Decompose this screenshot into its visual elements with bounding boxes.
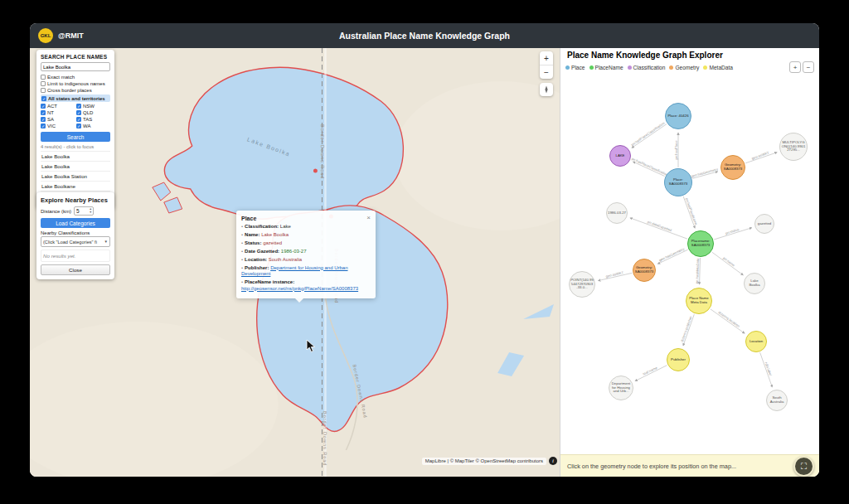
checkbox[interactable]: ✓	[76, 104, 81, 109]
edge-label: rdfs:label	[764, 361, 773, 376]
graph-node-location[interactable]: Location	[745, 331, 767, 352]
checkbox[interactable]	[41, 75, 46, 80]
graph-node-geom2[interactable]: Geometry: SA0008373	[633, 259, 656, 282]
results-list: Lake BoolkaLake BoolkaLake Boolka Statio…	[41, 151, 110, 191]
popup-title: Place	[241, 216, 256, 221]
checkbox[interactable]: ✓	[41, 124, 46, 128]
state-option-nt[interactable]: ✓NT	[41, 109, 75, 116]
node-label: Location	[750, 340, 763, 344]
zoom-out-button[interactable]: −	[540, 65, 553, 79]
graph-node-pn8373[interactable]: Placename: SA0008373	[687, 230, 714, 257]
field-value[interactable]: http://geosensor.net/ns/pnkg/PlaceName/S…	[241, 286, 358, 291]
map-canvas[interactable]: Lake Boolka Border Downs Road Border Dow…	[30, 48, 560, 477]
graph-node-point[interactable]: POINT(140.9954472970903 -33.0...	[569, 271, 595, 298]
state-option-nsw[interactable]: ✓NSW	[76, 103, 110, 109]
brand-label: @RMIT	[58, 32, 84, 40]
map-point-marker[interactable]	[313, 169, 318, 173]
close-button[interactable]: Close	[41, 264, 110, 275]
node-label: South Australia	[768, 396, 786, 404]
checkbox-label: WA	[83, 124, 90, 128]
checkbox[interactable]: ✓	[41, 117, 46, 122]
graph-node-geom1[interactable]: Geometry: SA0008373	[720, 155, 745, 180]
placename-dot-icon	[589, 65, 594, 70]
field-label: Classification:	[245, 224, 280, 229]
legend-item-place: Place	[565, 65, 585, 70]
popup-close-icon[interactable]: ×	[366, 215, 371, 221]
checkbox-label: VIC	[47, 124, 56, 128]
results-hint: 4 result(s) - click to focus	[41, 144, 110, 149]
place-popup: Place × •Classification: Lake•Name: Lake…	[236, 211, 376, 298]
snapshot-button[interactable]: ⛶	[793, 456, 814, 477]
state-option-wa[interactable]: ✓WA	[76, 123, 110, 129]
checkbox[interactable]: ✓	[76, 124, 81, 128]
app-title: Australian Place Name Knowledge Graph	[30, 31, 819, 41]
graph-node-date[interactable]: 1986-03-27	[606, 202, 628, 224]
road-name-label: Border Downs Road	[320, 124, 325, 179]
load-categories-button[interactable]: Load Categories	[41, 218, 110, 228]
zoom-in-button[interactable]: +	[540, 51, 553, 65]
checkbox[interactable]: ✓	[41, 110, 46, 115]
search-result[interactable]: Lake Boolka Station	[41, 172, 110, 182]
search-panel-title: SEARCH PLACE NAMES	[41, 54, 110, 60]
checkbox-label: Exact match	[47, 75, 75, 80]
checkbox[interactable]	[41, 81, 46, 86]
state-option-vic[interactable]: ✓VIC	[41, 123, 75, 129]
checkbox[interactable]	[41, 88, 46, 93]
graph-node-multipolygon[interactable]: MULTIPOLYGON(((140.990127295...	[779, 133, 808, 161]
stepper-arrows-icon[interactable]: ▲▼	[90, 207, 92, 215]
info-icon[interactable]: i	[549, 457, 557, 465]
popup-field: •PlaceName instance: http://geosensor.ne…	[241, 279, 371, 292]
legend-item-classification: Classification	[628, 65, 666, 70]
checkbox-label: ACT	[47, 104, 57, 109]
state-option-qld[interactable]: ✓QLD	[76, 109, 110, 116]
graph-edge	[630, 218, 687, 239]
node-label: Geometry: SA0008373	[722, 163, 744, 171]
bullet-icon: •	[241, 249, 243, 254]
graph-node-dept[interactable]: Department for Housing and Urb...	[609, 376, 633, 400]
search-button[interactable]: Search	[41, 132, 110, 142]
state-option-sa[interactable]: ✓SA	[41, 116, 75, 123]
checkbox[interactable]: ✓	[41, 96, 46, 101]
node-label: Place Name Meta Data	[687, 297, 711, 304]
all-states-option[interactable]: ✓All states and territories	[41, 94, 110, 102]
search-option[interactable]: Limit to indigenous names	[41, 80, 110, 87]
compass-button[interactable]	[540, 83, 553, 96]
legend-item-geometry: Geometry	[669, 65, 699, 70]
state-option-act[interactable]: ✓ACT	[41, 103, 75, 109]
node-label: Publisher	[671, 358, 686, 362]
graph-zoom-out-button[interactable]: −	[803, 61, 814, 73]
graph-node-lake[interactable]: LAKE	[609, 145, 631, 167]
popup-field: •Name: Lake Boolka	[241, 232, 371, 239]
graph-node-publisher[interactable]: Publisher	[667, 348, 690, 371]
graph-zoom-in-button[interactable]: +	[789, 61, 801, 73]
bullet-icon: •	[241, 257, 243, 262]
gkl-logo-icon[interactable]: GKL	[38, 28, 53, 43]
classification-dot-icon	[628, 65, 632, 70]
search-result[interactable]: Lake Boolka	[41, 162, 110, 172]
graph-node-lakeboolka[interactable]: Lake Boolka	[744, 273, 765, 294]
graph-node-gazetted[interactable]: gazetted	[754, 214, 774, 234]
search-option[interactable]: Cross border places	[41, 87, 110, 94]
state-option-tas[interactable]: ✓TAS	[76, 116, 110, 123]
graph-node-p8373[interactable]: Place: SA0008373	[664, 168, 692, 196]
graph-node-p40426[interactable]: Place: 40426	[665, 103, 691, 129]
edge-label: dcterms:location	[717, 310, 740, 328]
edge-label: pn:hasPlaceClassification	[631, 157, 669, 177]
graph-area[interactable]: pn:hasPlacepn:hasPlaceClassificationpn:h…	[560, 75, 819, 454]
checkbox[interactable]: ✓	[76, 117, 81, 122]
states-grid: ✓ACT✓NSW✓NT✓QLD✓SA✓TAS✓VIC✓WA	[41, 103, 110, 129]
graph-node-southaus[interactable]: South Australia	[766, 390, 788, 411]
checkbox[interactable]: ✓	[76, 110, 81, 115]
search-option[interactable]: Exact match	[41, 74, 110, 80]
graph-node-meta[interactable]: Place Name Meta Data	[686, 288, 712, 314]
search-result[interactable]: Lake Boolka	[41, 152, 110, 162]
checkbox[interactable]: ✓	[41, 104, 46, 109]
classifications-select[interactable]: (Click "Load Categories" fi ▼	[41, 236, 110, 247]
graph-edge	[712, 252, 744, 275]
checkbox-label: Cross border places	[47, 88, 92, 93]
node-label: Place: SA0008373	[666, 178, 691, 186]
search-result[interactable]: Lake Boolkane	[41, 182, 110, 191]
search-input[interactable]	[41, 62, 110, 71]
distance-value: 5	[76, 208, 80, 214]
distance-stepper[interactable]: 5 ▲▼	[74, 206, 94, 216]
